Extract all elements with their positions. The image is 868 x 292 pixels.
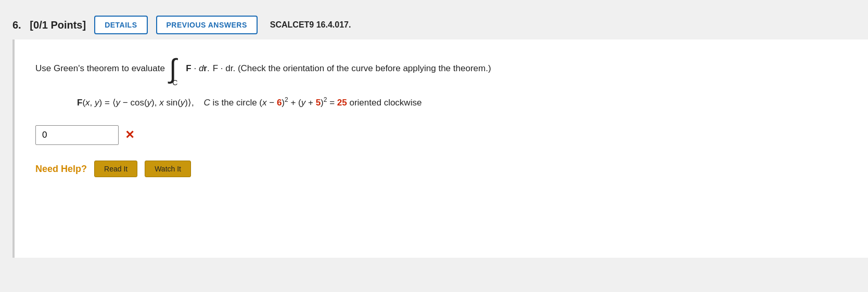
watch-it-button[interactable]: Watch It (145, 161, 191, 177)
problem-statement: Use Green's theorem to evaluate ∫C F · d… (35, 55, 847, 82)
instruction-suffix: F · dr. (Check the orientation of the cu… (213, 61, 491, 76)
need-help-label: Need Help? (35, 164, 87, 175)
integrand: F · dr. (186, 61, 209, 76)
integral-symbol: ∫C (169, 55, 182, 82)
function-label: F(x, y) = ⟨y − cos(y), x sin(y)⟩, (77, 98, 196, 108)
question-body: Use Green's theorem to evaluate ∫C F · d… (12, 39, 868, 258)
question-header: 6. [0/1 Points] DETAILS PREVIOUS ANSWERS… (0, 10, 868, 39)
page-container: 6. [0/1 Points] DETAILS PREVIOUS ANSWERS… (0, 0, 868, 292)
read-it-button[interactable]: Read It (94, 161, 137, 177)
function-definition: F(x, y) = ⟨y − cos(y), x sin(y)⟩, C is t… (35, 95, 847, 111)
details-button[interactable]: DETAILS (94, 16, 147, 34)
k-value: 5 (316, 98, 321, 108)
points-label: [0/1 Points] (30, 19, 86, 31)
incorrect-mark: ✕ (125, 128, 134, 142)
source-label: SCALCET9 16.4.017. (270, 20, 351, 30)
need-help-row: Need Help? Read It Watch It (35, 161, 847, 177)
curve-description: C is the circle (x − 6)2 + (y + 5)2 = 25… (204, 98, 422, 108)
previous-answers-button[interactable]: PREVIOUS ANSWERS (156, 16, 258, 34)
r-value: 25 (337, 98, 347, 108)
instruction-prefix: Use Green's theorem to evaluate (35, 61, 165, 76)
answer-input[interactable] (35, 125, 119, 145)
question-number: 6. [0/1 Points] (12, 19, 86, 31)
integral-subscript: C (172, 78, 177, 87)
h-value: 6 (277, 98, 282, 108)
answer-row: ✕ (35, 125, 847, 145)
q-number: 6. (12, 19, 21, 31)
